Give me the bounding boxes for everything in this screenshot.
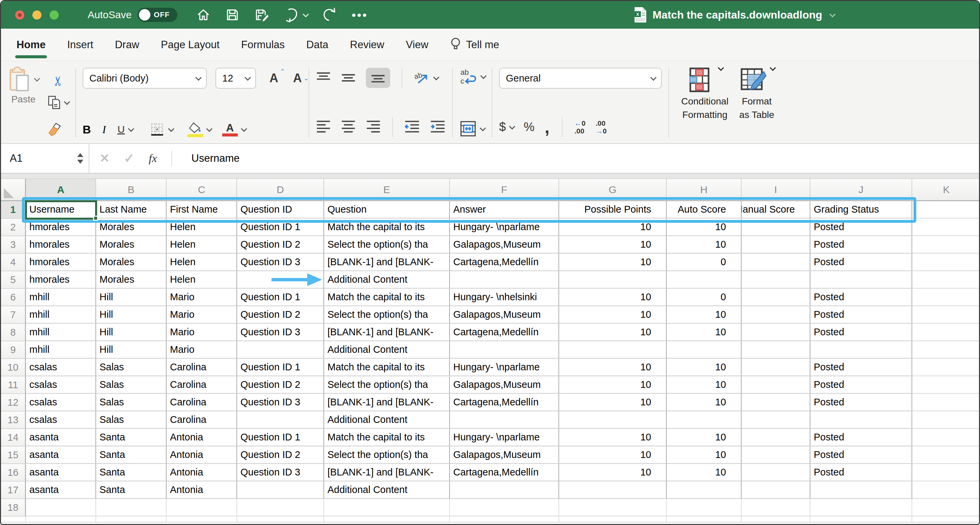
cell-F5[interactable] [450,271,559,289]
increase-font-size-button[interactable]: Aˆ [269,71,278,85]
row-header-3[interactable]: 3 [1,236,26,254]
cell-D4[interactable]: Question ID 3 [237,254,324,271]
cell-I15[interactable] [741,446,810,464]
cell-I2[interactable] [741,219,810,236]
tab-view[interactable]: View [406,29,428,61]
cell-F15[interactable]: Galapagos,Museum [450,446,559,464]
cell-B2[interactable]: Morales [96,219,167,236]
conditional-formatting-chevron-icon[interactable] [718,65,724,71]
cell-H11[interactable]: 10 [667,376,741,394]
cell-G1[interactable]: Possible Points [559,201,667,219]
cell-A11[interactable]: csalas [26,376,96,394]
cell-H2[interactable]: 10 [667,219,741,236]
close-window-button[interactable] [15,10,24,19]
cell-E14[interactable]: Match the capital to its [324,429,450,446]
cell-J17[interactable] [810,482,912,499]
row-header-18[interactable]: 18 [1,499,26,517]
cell-J18[interactable] [810,499,912,517]
column-header-I[interactable]: I [741,179,810,201]
cell-H9[interactable] [667,341,741,359]
row-header-15[interactable]: 15 [1,446,26,464]
cell-A10[interactable]: csalas [26,359,96,376]
cell-A18[interactable] [26,499,96,517]
cell-D11[interactable]: Question ID 2 [237,376,324,394]
cell-A6[interactable]: mhill [26,289,96,306]
cell-J11[interactable]: Posted [810,376,912,394]
cancel-entry-button[interactable]: ✕ [100,151,110,165]
copy-chevron-icon[interactable] [64,99,70,105]
bold-button[interactable]: B [83,123,91,136]
undo-chevron-icon[interactable] [303,11,309,17]
column-header-H[interactable]: H [667,179,741,201]
formula-input[interactable]: Username [182,152,240,165]
cell-D17[interactable] [237,482,324,499]
cell-H13[interactable] [667,411,741,429]
cell-I13[interactable] [741,411,810,429]
cell-K16[interactable] [912,464,980,482]
cell-E16[interactable]: [BLANK-1] and [BLANK- [324,464,450,482]
cell-C12[interactable]: Carolina [167,394,237,411]
cell-I14[interactable] [741,429,810,446]
number-format-select[interactable]: General [499,68,662,89]
row-header-2[interactable]: 2 [1,219,26,236]
cell-I3[interactable] [741,236,810,254]
cell-B6[interactable]: Hill [96,289,167,306]
conditional-formatting-button[interactable]: Conditional Formatting [681,67,729,140]
cell-F11[interactable]: Galapagos,Museum [450,376,559,394]
cell-D1[interactable]: Question ID [237,201,324,219]
cell-G5[interactable] [559,271,667,289]
cell-H10[interactable]: 10 [667,359,741,376]
cell-G14[interactable]: 10 [559,429,667,446]
cell-H18[interactable] [667,499,741,517]
cell-D10[interactable]: Question ID 1 [237,359,324,376]
cell-F13[interactable] [450,411,559,429]
cell-H3[interactable]: 10 [667,236,741,254]
row-header-5[interactable]: 5 [1,271,26,289]
cell-E11[interactable]: Select the option(s) tha [324,376,450,394]
cell-F8[interactable]: Cartagena,Medellín [450,324,559,341]
cell-C4[interactable]: Helen [167,254,237,271]
cell-G18[interactable] [559,499,667,517]
italic-button[interactable]: I [102,123,106,136]
cell-A15[interactable]: asanta [26,446,96,464]
cell-I8[interactable] [741,324,810,341]
cell-C7[interactable]: Mario [167,306,237,324]
merge-center-button[interactable] [460,120,485,137]
spinner-up-icon[interactable] [77,153,83,157]
row-header-12[interactable]: 12 [1,394,26,411]
format-painter-button[interactable] [47,122,68,138]
column-header-A[interactable]: A [26,179,96,201]
cell-I17[interactable] [741,482,810,499]
cell-I4[interactable] [741,254,810,271]
cell-J3[interactable]: Posted [810,236,912,254]
cell-H1[interactable]: Auto Score [667,201,741,219]
cell-I9[interactable] [741,341,810,359]
cell-K2[interactable] [912,219,980,236]
paste-button[interactable]: Paste [8,67,38,140]
cell-F7[interactable]: Galapagos,Museum [450,306,559,324]
cell-K3[interactable] [912,236,980,254]
spinner-down-icon[interactable] [77,160,83,164]
cell-G6[interactable]: 10 [559,289,667,306]
cell-J8[interactable]: Posted [810,324,912,341]
row-header-8[interactable]: 8 [1,324,26,341]
cell-B3[interactable]: Morales [96,236,167,254]
cell-D5[interactable] [237,271,324,289]
cell-B9[interactable]: Hill [96,341,167,359]
cell-B4[interactable]: Morales [96,254,167,271]
cell-K13[interactable] [912,411,980,429]
column-header-J[interactable]: J [810,179,912,201]
cell-A2[interactable]: hmorales [26,219,96,236]
cell-B13[interactable]: Salas [96,411,167,429]
fill-color-button[interactable] [188,122,211,137]
row-header-13[interactable]: 13 [1,411,26,429]
row-header-6[interactable]: 6 [1,289,26,306]
cell-C17[interactable]: Antonia [167,482,237,499]
font-color-button[interactable]: A [222,123,245,136]
tab-review[interactable]: Review [350,29,385,61]
decrease-decimal-button[interactable]: ←0.00 [574,119,586,135]
cell-H16[interactable]: 10 [667,464,741,482]
cell-E3[interactable]: Select the option(s) tha [324,236,450,254]
tab-data[interactable]: Data [306,29,328,61]
minimize-window-button[interactable] [32,10,41,19]
